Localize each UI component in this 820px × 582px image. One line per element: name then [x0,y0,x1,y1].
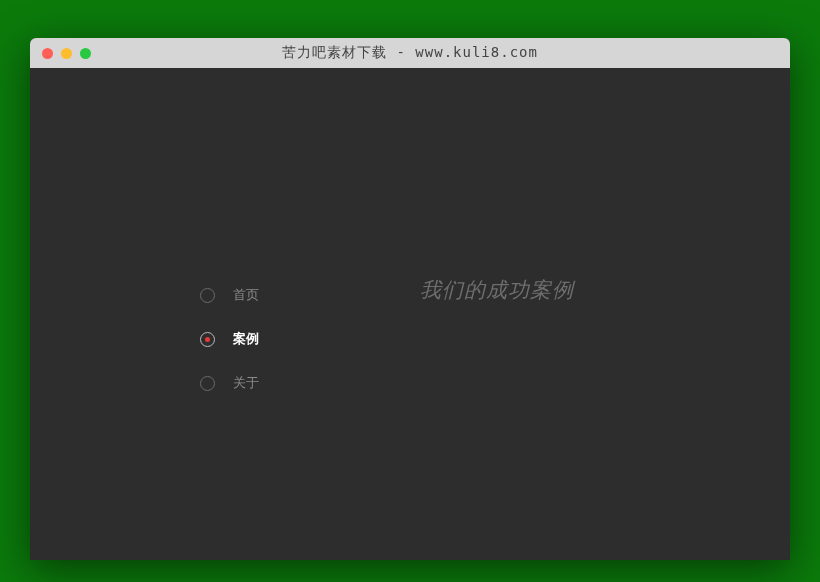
nav-item-about[interactable]: 关于 [200,374,259,392]
radio-icon [200,376,215,391]
window-title: 苦力吧素材下载 - www.kuli8.com [30,44,790,62]
titlebar: 苦力吧素材下载 - www.kuli8.com [30,38,790,68]
nav-label: 关于 [233,374,259,392]
nav-item-cases[interactable]: 案例 [200,330,259,348]
maximize-icon[interactable] [80,48,91,59]
side-nav: 首页 案例 关于 [200,286,259,392]
radio-icon [200,332,215,347]
minimize-icon[interactable] [61,48,72,59]
radio-icon [200,288,215,303]
close-icon[interactable] [42,48,53,59]
app-window: 苦力吧素材下载 - www.kuli8.com 首页 案例 关于 我们的成功案例 [30,38,790,560]
content-area: 首页 案例 关于 我们的成功案例 [30,68,790,560]
nav-item-home[interactable]: 首页 [200,286,259,304]
nav-label: 案例 [233,330,259,348]
nav-label: 首页 [233,286,259,304]
traffic-lights [30,48,91,59]
page-heading: 我们的成功案例 [420,276,574,304]
